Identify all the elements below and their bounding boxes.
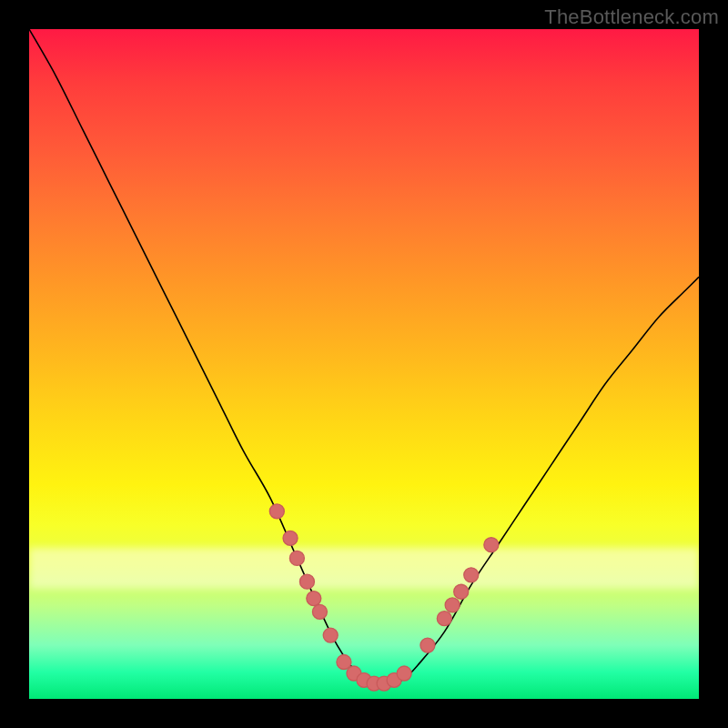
curve-layer	[29, 29, 699, 699]
curve-marker	[437, 612, 451, 626]
curve-marker	[337, 655, 351, 670]
curve-marker	[307, 592, 321, 606]
curve-marker	[445, 598, 460, 612]
curve-marker	[323, 628, 338, 642]
bottleneck-curve	[29, 29, 699, 686]
curve-marker	[464, 568, 479, 582]
curve-marker	[312, 604, 327, 619]
curve-markers	[269, 504, 499, 691]
curve-marker	[269, 504, 284, 519]
curve-marker	[454, 584, 469, 599]
plot-area	[29, 29, 699, 699]
curve-marker	[397, 666, 411, 681]
curve-marker	[289, 551, 304, 565]
curve-marker	[420, 638, 435, 652]
attribution-text: TheBottleneck.com	[544, 5, 719, 29]
chart-frame: TheBottleneck.com	[0, 0, 728, 728]
curve-marker	[299, 574, 314, 589]
curve-marker	[283, 531, 298, 545]
curve-marker	[484, 538, 499, 552]
